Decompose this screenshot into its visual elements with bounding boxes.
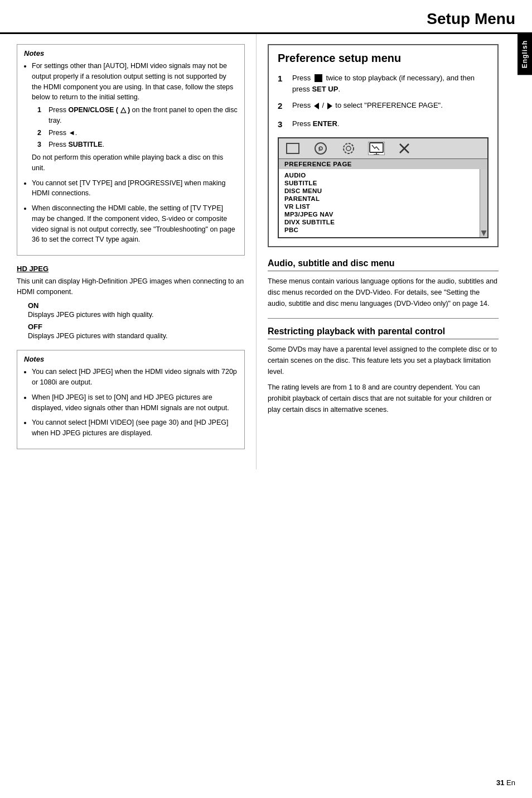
svg-rect-0: [287, 143, 299, 153]
hd-jpeg-on-text: Displays JPEG pictures with high quality…: [28, 310, 245, 320]
page-num-value: 31: [496, 778, 504, 787]
parental-text: Some DVDs may have a parental level assi…: [268, 344, 499, 377]
pref-step-3-content: Press ENTER.: [292, 118, 340, 129]
gear-icon: [342, 142, 355, 155]
hd-jpeg-section: HD JPEG This unit can display High-Defin…: [17, 265, 245, 341]
menu-icon-x: [396, 142, 413, 155]
pref-step-1: 1 Press twice to stop playback (if neces…: [278, 73, 489, 94]
notes2-item-2-text: When [HD JPEG] is set to [ON] and HD JPE…: [32, 393, 229, 412]
pref-step-1-num: 1: [278, 73, 288, 85]
menu-items-list: AUDIO SUBTITLE DISC MENU PARENTAL VR LIS…: [279, 169, 480, 237]
notes2-item-1: You can select [HD JPEG] when the HDMI v…: [32, 367, 238, 388]
pref-step-1-content: Press twice to stop playback (if necessa…: [292, 73, 489, 94]
menu-icon-disc: [284, 142, 301, 155]
menu-item-pbc: PBC: [284, 226, 474, 234]
notes-item-3-text: When disconnecting the HDMI cable, the s…: [32, 204, 235, 243]
notes-list-1: For settings other than [AUTO], HDMI vid…: [24, 61, 238, 245]
preference-setup-box: Preference setup menu 1 Press twice to s…: [268, 44, 499, 247]
x-close-icon: [398, 142, 410, 155]
svg-point-4: [344, 143, 354, 153]
notes-label-2: Notes: [24, 355, 238, 363]
menu-items-container: AUDIO SUBTITLE DISC MENU PARENTAL VR LIS…: [279, 169, 487, 237]
sub-step-3-num: 3: [37, 140, 45, 150]
svg-text:♪: ♪: [318, 145, 321, 153]
svg-point-5: [346, 146, 351, 151]
menu-item-mp3-jpeg: MP3/JPEG NAV: [284, 210, 474, 218]
stop-icon: [315, 74, 322, 82]
notes2-item-3-text: You cannot select [HDMI VIDEO] (see page…: [32, 419, 228, 437]
section-divider-1: [268, 318, 499, 319]
sub-step-1-num: 1: [37, 105, 45, 126]
notes-item-1: For settings other than [AUTO], HDMI vid…: [32, 61, 238, 174]
sub-step-2-text: Press ◄.: [49, 128, 77, 138]
sub-step-2-num: 2: [37, 128, 45, 138]
audio-subtitle-section: Audio, subtitle and disc menu These menu…: [268, 258, 499, 309]
menu-label: PREFERENCE PAGE: [279, 159, 487, 169]
menu-item-audio: AUDIO: [284, 171, 474, 179]
sub-steps: 1 Press OPEN/CLOSE ( △ ) on the front pa…: [37, 105, 238, 150]
preference-setup-title: Preference setup menu: [278, 52, 489, 65]
notes-box-1: Notes For settings other than [AUTO], HD…: [17, 44, 245, 256]
notes-box-2: Notes You can select [HD JPEG] when the …: [17, 350, 245, 449]
disc-icon: [286, 142, 300, 155]
sub-step-1: 1 Press OPEN/CLOSE ( △ ) on the front pa…: [37, 105, 238, 126]
parental-title: Restricting playback with parental contr…: [268, 326, 499, 339]
hd-jpeg-description: This unit can display High-Definition JP…: [17, 276, 245, 298]
menu-icon-music: ♪: [312, 142, 329, 155]
sub-step-3-text: Press SUBTITLE.: [49, 140, 104, 150]
sub-step-1-text: Press OPEN/CLOSE ( △ ) on the front pane…: [49, 105, 238, 126]
scroll-down-arrow[interactable]: [481, 230, 487, 236]
audio-subtitle-title: Audio, subtitle and disc menu: [268, 258, 499, 271]
sub-step-3: 3 Press SUBTITLE.: [37, 140, 238, 150]
hd-jpeg-off-text: Displays JPEG pictures with standard qua…: [28, 331, 245, 342]
sub-step-2: 2 Press ◄.: [37, 128, 238, 138]
parental-section: Restricting playback with parental contr…: [268, 326, 499, 415]
menu-icons-row: ♪: [279, 138, 487, 159]
arrow-right-icon: [327, 103, 332, 109]
menu-icon-gear: [340, 142, 357, 155]
pref-step-2-content: Press / to select "PREFERENCE PAGE".: [292, 100, 443, 111]
left-column: Notes For settings other than [AUTO], HD…: [0, 34, 257, 469]
page-header: Setup Menu: [0, 0, 532, 34]
sub-step-extra: Do not perform this operation while play…: [32, 152, 238, 174]
monitor-icon: [369, 142, 384, 155]
hd-jpeg-off-label: OFF: [28, 323, 245, 331]
menu-item-vr-list: VR LIST: [284, 203, 474, 210]
hd-jpeg-heading: HD JPEG: [17, 265, 245, 273]
menu-icon-monitor: [368, 142, 385, 155]
pref-step-3-num: 3: [278, 118, 288, 131]
right-column: Preference setup menu 1 Press twice to s…: [257, 34, 515, 469]
svg-rect-6: [370, 143, 383, 152]
menu-item-parental: PARENTAL: [284, 195, 474, 203]
arrow-left-icon: [314, 103, 319, 109]
notes2-item-2: When [HD JPEG] is set to [ON] and HD JPE…: [32, 392, 238, 414]
notes-label-1: Notes: [24, 49, 238, 57]
audio-subtitle-text: These menus contain various language opt…: [268, 276, 499, 309]
notes2-item-3: You cannot select [HDMI VIDEO] (see page…: [32, 417, 238, 439]
hd-jpeg-on: ON Displays JPEG pictures with high qual…: [28, 301, 245, 320]
pref-step-2-num: 2: [278, 100, 288, 113]
hd-jpeg-off: OFF Displays JPEG pictures with standard…: [28, 323, 245, 342]
language-tab: English: [518, 33, 532, 75]
notes-item-3: When disconnecting the HDMI cable, the s…: [32, 203, 238, 245]
page-number: 31 En: [496, 778, 515, 787]
music-note-icon: ♪: [313, 141, 328, 156]
menu-item-divx: DIVX SUBTITLE: [284, 218, 474, 226]
parental-text-2: The rating levels are from 1 to 8 and ar…: [268, 382, 499, 415]
menu-ui: ♪: [278, 137, 489, 238]
main-content: Notes For settings other than [AUTO], HD…: [0, 34, 532, 469]
pref-step-3: 3 Press ENTER.: [278, 118, 489, 131]
menu-item-subtitle: SUBTITLE: [284, 179, 474, 187]
notes-list-2: You can select [HD JPEG] when the HDMI v…: [24, 367, 238, 439]
page-title: Setup Menu: [0, 10, 515, 28]
pref-step-2: 2 Press / to select "PREFERENCE PAGE".: [278, 100, 489, 113]
notes-item-2: You cannot set [TV TYPE] and [PROGRESSIV…: [32, 178, 238, 199]
menu-item-disc-menu: DISC MENU: [284, 187, 474, 195]
scrollbar[interactable]: [480, 169, 487, 237]
hd-jpeg-on-label: ON: [28, 301, 245, 310]
notes-item-1-text: For settings other than [AUTO], HDMI vid…: [32, 62, 233, 101]
notes-item-2-text: You cannot set [TV TYPE] and [PROGRESSIV…: [32, 179, 225, 198]
notes2-item-1-text: You can select [HD JPEG] when the HDMI v…: [32, 368, 237, 386]
